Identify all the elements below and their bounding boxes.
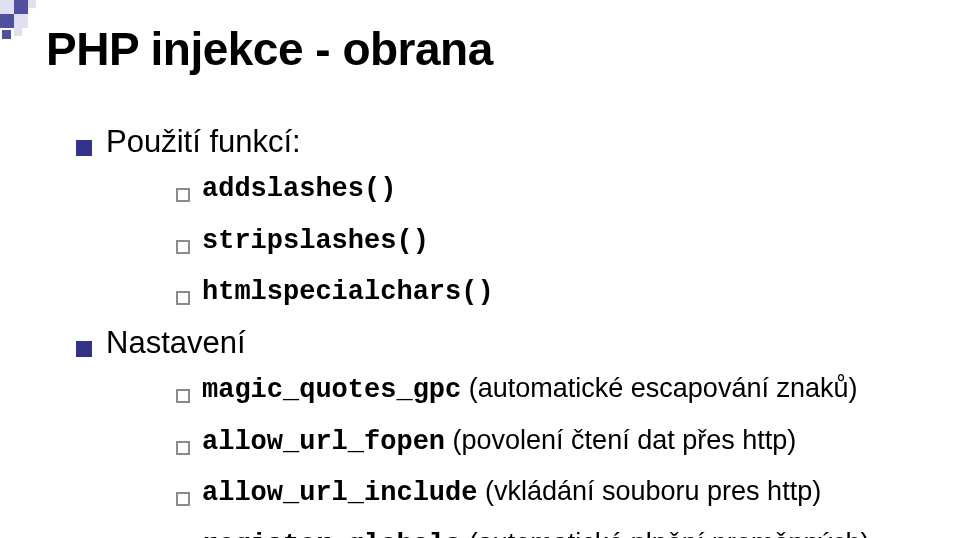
code-text: htmlspecialchars() bbox=[202, 277, 494, 307]
list-item: addslashes() bbox=[176, 170, 924, 208]
hollow-square-icon bbox=[176, 389, 190, 403]
code-text: stripslashes() bbox=[202, 226, 429, 256]
list-item: register_globals (automatické plnění pro… bbox=[176, 526, 924, 538]
hollow-square-icon bbox=[176, 441, 190, 455]
section-settings: Nastavení magic_quotes_gpc (automatické … bbox=[76, 325, 924, 538]
list-item: stripslashes() bbox=[176, 222, 924, 260]
section-label: Použití funkcí: bbox=[106, 124, 301, 160]
code-text: allow_url_include bbox=[202, 478, 477, 508]
note-text: (vkládání souboru pres http) bbox=[477, 476, 821, 506]
list-item: magic_quotes_gpc (automatické escapování… bbox=[176, 371, 924, 409]
section-functions: Použití funkcí: addslashes() stripslashe… bbox=[76, 124, 924, 311]
hollow-square-icon bbox=[176, 492, 190, 506]
code-text: register_globals bbox=[202, 530, 461, 538]
corner-decoration bbox=[0, 0, 70, 60]
hollow-square-icon bbox=[176, 188, 190, 202]
slide-title: PHP injekce - obrana bbox=[46, 22, 924, 76]
list-item: allow_url_fopen (povolení čtení dat přes… bbox=[176, 423, 924, 461]
hollow-square-icon bbox=[176, 240, 190, 254]
list-item: htmlspecialchars() bbox=[176, 273, 924, 311]
code-text: addslashes() bbox=[202, 174, 396, 204]
square-bullet-icon bbox=[76, 341, 92, 357]
section-label: Nastavení bbox=[106, 325, 246, 361]
note-text: (povolení čtení dat přes http) bbox=[445, 425, 796, 455]
code-text: magic_quotes_gpc bbox=[202, 375, 461, 405]
square-bullet-icon bbox=[76, 140, 92, 156]
list-item: allow_url_include (vkládání souboru pres… bbox=[176, 474, 924, 512]
note-text: (automatické plnění proměnných) bbox=[461, 528, 869, 538]
note-text: (automatické escapování znaků) bbox=[461, 373, 857, 403]
code-text: allow_url_fopen bbox=[202, 427, 445, 457]
hollow-square-icon bbox=[176, 291, 190, 305]
